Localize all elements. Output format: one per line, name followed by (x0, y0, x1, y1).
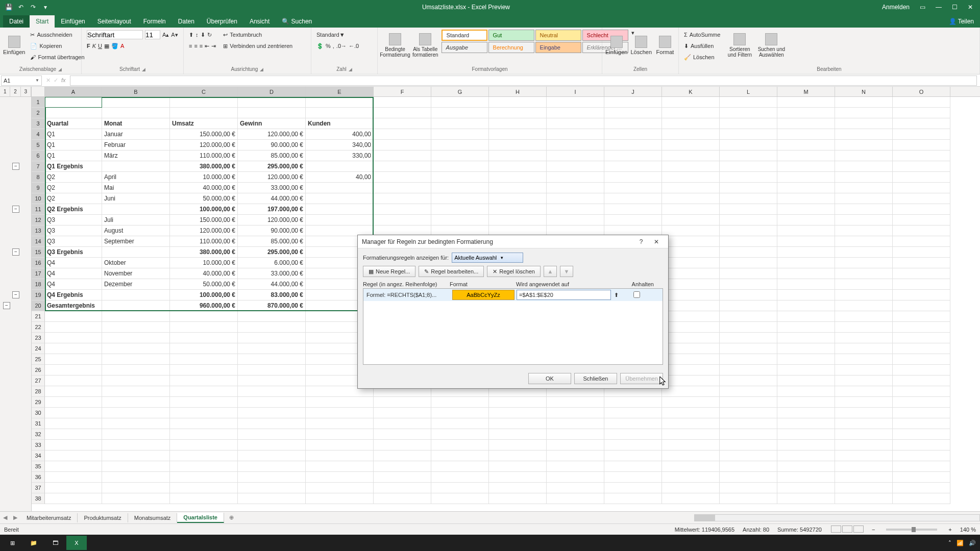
cell[interactable] (835, 333, 893, 343)
style-gut[interactable]: Gut (488, 30, 534, 41)
column-headers[interactable]: ABCDEFGHIJKLMNO (32, 87, 980, 97)
cell[interactable] (102, 397, 170, 408)
cell[interactable] (547, 193, 604, 204)
cell[interactable]: Q2 (45, 172, 102, 183)
row-header[interactable]: 38 (32, 493, 45, 504)
row-header[interactable]: 31 (32, 418, 45, 429)
cell[interactable] (489, 97, 547, 108)
cell[interactable] (893, 183, 950, 193)
cell[interactable] (431, 140, 489, 151)
cell[interactable] (893, 343, 950, 354)
cell[interactable] (662, 140, 720, 151)
cell[interactable] (238, 450, 306, 461)
cell[interactable] (238, 365, 306, 375)
cell[interactable] (45, 440, 102, 450)
cell[interactable] (835, 483, 893, 493)
cell[interactable] (170, 472, 238, 483)
cell[interactable] (720, 493, 777, 504)
cell[interactable] (547, 140, 604, 151)
cell[interactable]: Q1 (45, 129, 102, 140)
dialog-close-button-footer[interactable]: Schließen (574, 373, 617, 384)
column-header-L[interactable]: L (720, 87, 777, 96)
cell[interactable]: 120.000,00 € (238, 172, 306, 183)
cell[interactable] (662, 472, 720, 483)
cell[interactable] (835, 193, 893, 204)
tab-start[interactable]: Start (30, 15, 55, 28)
cell[interactable]: September (102, 236, 170, 247)
cell[interactable] (431, 97, 489, 108)
cell[interactable] (893, 461, 950, 472)
cell[interactable] (170, 354, 238, 365)
cell[interactable] (720, 386, 777, 397)
cell[interactable] (777, 140, 835, 151)
name-box[interactable]: A1▼ (1, 76, 42, 86)
cell[interactable]: Januar (102, 129, 170, 140)
cell[interactable] (662, 183, 720, 193)
row-header[interactable]: 33 (32, 440, 45, 450)
sheet-tab-4[interactable]: Quartalsliste (177, 513, 224, 523)
show-rules-for-combo[interactable]: Aktuelle Auswahl▼ (452, 253, 523, 263)
cell[interactable] (102, 108, 170, 118)
cell[interactable] (489, 429, 547, 440)
cell[interactable] (102, 322, 170, 333)
cell[interactable] (45, 354, 102, 365)
cell[interactable] (45, 322, 102, 333)
cell[interactable] (893, 290, 950, 300)
cell[interactable] (662, 450, 720, 461)
cell[interactable] (835, 108, 893, 118)
cell[interactable]: November (102, 268, 170, 279)
cell[interactable] (306, 408, 374, 418)
style-berechnung[interactable]: Berechnung (488, 42, 534, 53)
cell[interactable]: 85.000,00 € (238, 236, 306, 247)
copy-button[interactable]: 📄 Kopieren (28, 41, 86, 51)
cell[interactable] (45, 386, 102, 397)
cell[interactable] (489, 140, 547, 151)
system-tray[interactable]: ˄📶🔊 (948, 540, 978, 546)
cell[interactable] (431, 440, 489, 450)
cell[interactable] (374, 161, 431, 172)
row-header[interactable]: 37 (32, 483, 45, 493)
cell[interactable]: 33.000,00 € (238, 183, 306, 193)
row-header[interactable]: 5 (32, 140, 45, 151)
indent-increase-icon[interactable]: ⇥ (211, 43, 216, 49)
row-header[interactable]: 21 (32, 311, 45, 322)
cell[interactable]: März (102, 151, 170, 161)
cell[interactable] (45, 483, 102, 493)
cell[interactable] (238, 375, 306, 386)
row-header[interactable]: 28 (32, 386, 45, 397)
column-header-E[interactable]: E (306, 87, 374, 96)
cell[interactable] (604, 204, 662, 215)
cell[interactable]: Kunden (306, 118, 374, 129)
cell[interactable] (720, 129, 777, 140)
cell[interactable] (489, 493, 547, 504)
align-left-icon[interactable]: ≡ (189, 43, 192, 49)
cell[interactable] (777, 258, 835, 268)
cell[interactable] (777, 97, 835, 108)
cell[interactable] (777, 172, 835, 183)
cell[interactable] (893, 322, 950, 333)
cell[interactable] (489, 450, 547, 461)
comma-icon[interactable]: , (333, 43, 334, 49)
cell[interactable] (306, 461, 374, 472)
cell[interactable] (238, 408, 306, 418)
cell[interactable]: Q3 (45, 215, 102, 226)
cell[interactable] (431, 472, 489, 483)
cell[interactable] (720, 472, 777, 483)
cell[interactable] (489, 483, 547, 493)
cell[interactable] (835, 118, 893, 129)
cell[interactable] (777, 215, 835, 226)
cell[interactable] (777, 408, 835, 418)
wrap-text-button[interactable]: ↩ Textumbruch (221, 30, 295, 40)
cell[interactable] (720, 268, 777, 279)
cell[interactable]: Q3 Ergebnis (45, 247, 102, 258)
column-header-C[interactable]: C (170, 87, 238, 96)
cell[interactable] (604, 97, 662, 108)
cell[interactable]: 150.000,00 € (170, 129, 238, 140)
cell[interactable] (835, 450, 893, 461)
cell[interactable] (777, 151, 835, 161)
cell[interactable] (662, 397, 720, 408)
dialog-help-button[interactable]: ? (633, 238, 649, 245)
cell[interactable] (604, 151, 662, 161)
tab-file[interactable]: Datei (3, 15, 30, 28)
cell[interactable] (547, 472, 604, 483)
